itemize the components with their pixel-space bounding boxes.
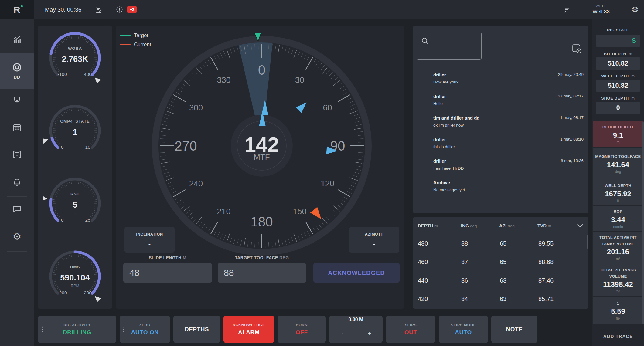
table-row[interactable]: 480886589.55 <box>413 234 588 253</box>
stepper-plus-button[interactable]: + <box>356 324 383 343</box>
new-chat-icon[interactable] <box>572 44 581 53</box>
sidebar-item-notifications[interactable] <box>0 178 34 186</box>
chat-search-input[interactable] <box>417 32 482 60</box>
chat-list-item[interactable]: tim and driller and dd ok i'm driller no… <box>433 115 584 134</box>
toolface-compass-dial[interactable]: 0306090120150180210240270300330142MTF <box>149 33 374 258</box>
svg-text:180: 180 <box>250 214 273 229</box>
drag-handle-icon[interactable] <box>42 327 43 332</box>
svg-text:400: 400 <box>84 72 92 77</box>
logo-glyph: R <box>14 5 21 15</box>
alerts-count-badge[interactable]: +2 <box>127 6 137 13</box>
sidebar-item-calendar[interactable] <box>0 124 34 132</box>
gauge-woba[interactable]: WOBA2.763K-100400 <box>43 26 107 90</box>
rig-activity-button[interactable]: RIG ACTIVITY DRILLING <box>38 316 116 343</box>
slips-mode-button[interactable]: SLIPS MODE AUTO <box>439 316 488 343</box>
target-toolface-label: TARGET TOOLFACE DEG <box>218 255 306 260</box>
toolface-compass-panel: Target Current 0306090120150180210240270… <box>116 26 404 309</box>
logo-status-dot <box>21 5 23 7</box>
svg-text:60: 60 <box>323 103 332 112</box>
note-button[interactable]: NOTE <box>491 316 537 343</box>
inclination-label: INCLINATION <box>124 232 175 236</box>
svg-text:270: 270 <box>175 138 197 153</box>
svg-text:25: 25 <box>85 217 90 222</box>
stepper-minus-button[interactable]: - <box>329 324 356 343</box>
horn-button[interactable]: HORN OFF <box>278 316 326 343</box>
svg-text:240: 240 <box>189 179 203 188</box>
current-legend-swatch <box>120 44 131 45</box>
table-scrollbar[interactable] <box>587 235 588 249</box>
divider <box>109 5 109 14</box>
bit-depth-value: 510.82 <box>596 57 640 70</box>
svg-text:CMP4_STATE: CMP4_STATE <box>60 119 90 124</box>
trace-block-height[interactable]: BLOCK HEIGHT 9.1 m <box>593 121 643 147</box>
sidebar-item-settings[interactable]: ⚙ <box>0 232 34 241</box>
svg-text:200: 200 <box>84 290 92 295</box>
trace-1[interactable]: 1 5.59 m³ <box>593 297 643 324</box>
sidebar-item-analytics[interactable] <box>0 36 34 44</box>
svg-text:DMS: DMS <box>70 265 80 269</box>
chat-panel: driller How are you? 29 may, 20:49 drill… <box>413 26 588 213</box>
app-logo[interactable]: R <box>0 0 34 19</box>
slide-length-input[interactable]: 48 <box>123 263 212 283</box>
gauge-cmp4-state[interactable]: CMP4_STATE1010 <box>43 99 107 162</box>
alerts-icon[interactable] <box>116 6 123 13</box>
datetime-label: May 30, 00:36 <box>45 6 81 13</box>
svg-text:-200: -200 <box>57 290 67 295</box>
chat-list-item[interactable]: driller How are you? 29 may, 20:49 <box>433 72 584 91</box>
svg-text:RST: RST <box>70 192 80 196</box>
divider <box>88 5 88 14</box>
notes-icon[interactable] <box>95 6 102 13</box>
add-trace-button[interactable]: ADD TRACE <box>592 334 644 339</box>
svg-text:590.104: 590.104 <box>60 273 90 282</box>
azimuth-label: AZIMUTH <box>349 232 399 236</box>
svg-text:5: 5 <box>73 200 77 209</box>
gauge-dms[interactable]: DMS590.104RPM-200200 <box>43 244 107 308</box>
trace-well-depth-ft[interactable]: WELL DEPTH 1675.92 ft <box>593 180 643 205</box>
chat-list-item[interactable]: driller Hello 27 may, 02:17 <box>433 94 584 113</box>
well-name: Well 33 <box>584 8 618 15</box>
trace-magnetic-toolface[interactable]: MAGNETIC TOOLFACE 141.64 deg <box>593 148 643 180</box>
sidebar-item-filter[interactable] <box>0 150 34 158</box>
chevron-down-icon[interactable] <box>577 224 584 228</box>
acknowledge-alarm-button[interactable]: ACKNOWLEDGE ALARM <box>223 316 274 343</box>
acknowledged-button[interactable]: ACKNOWLEDGED <box>313 263 400 283</box>
svg-text:-100: -100 <box>57 72 67 77</box>
sidebar-item-messages[interactable] <box>0 205 34 213</box>
survey-table-header: DEPTH m INC deg AZI deg TVD m <box>413 217 588 234</box>
svg-text:2.763K: 2.763K <box>62 55 88 64</box>
chat-list-item-archive[interactable]: Archive No messages yet <box>433 180 584 199</box>
traces-scrollbar[interactable] <box>642 121 644 324</box>
sidebar-item-label: DD <box>14 75 20 80</box>
table-row[interactable]: 440866387.46 <box>413 271 588 290</box>
trace-total-active-pit[interactable]: TOTAL ACTIVE PIT TANKS VOLUME 201.16 m³ <box>593 232 643 264</box>
table-row[interactable]: 420846385.71 <box>413 290 588 308</box>
drag-handle-icon[interactable] <box>123 327 124 332</box>
well-selector[interactable]: WELL Well 33 <box>584 4 618 15</box>
svg-text:RPM: RPM <box>71 284 79 288</box>
svg-text:150: 150 <box>293 207 306 216</box>
depths-button[interactable]: DEPTHS <box>173 316 220 343</box>
slips-button[interactable]: SLIPS OUT <box>386 316 435 343</box>
settings-gear-icon[interactable]: ⚙ <box>632 6 639 14</box>
target-legend-swatch <box>120 35 131 36</box>
chat-list-item[interactable]: driller this is driller 1 may, 08:10 <box>433 137 584 156</box>
sidebar-item-directional-drilling[interactable]: DD <box>0 53 34 89</box>
trace-total-pit[interactable]: TOTAL PIT TANKS VOLUME 11398.42 ft³ <box>593 264 643 296</box>
divider <box>625 5 625 14</box>
chat-icon[interactable] <box>563 6 571 13</box>
svg-text:WOBA: WOBA <box>68 46 82 51</box>
svg-text:210: 210 <box>217 207 230 216</box>
right-readout-column: RIG STATE S BIT DEPTH m 510.82 WELL DEPT… <box>592 19 644 346</box>
svg-text:30: 30 <box>295 76 304 85</box>
zero-auto-button[interactable]: ZERO AUTO ON <box>120 316 170 343</box>
chat-list-item[interactable]: driller I am here, Hi DD 8 mar, 19:36 <box>433 158 584 177</box>
gauge-rst[interactable]: RST5-025 <box>43 171 107 235</box>
sidebar-item-mud[interactable] <box>0 96 34 105</box>
inclination-box: INCLINATION - <box>124 227 175 253</box>
table-row[interactable]: 460876588.68 <box>413 253 588 271</box>
trace-rop[interactable]: ROP 3.44 m/min <box>593 206 643 231</box>
rig-state-value: S <box>596 35 640 47</box>
well-depth-label: WELL DEPTH m <box>592 74 644 78</box>
target-toolface-input[interactable]: 88 <box>218 263 306 283</box>
azimuth-value: - <box>349 240 399 248</box>
